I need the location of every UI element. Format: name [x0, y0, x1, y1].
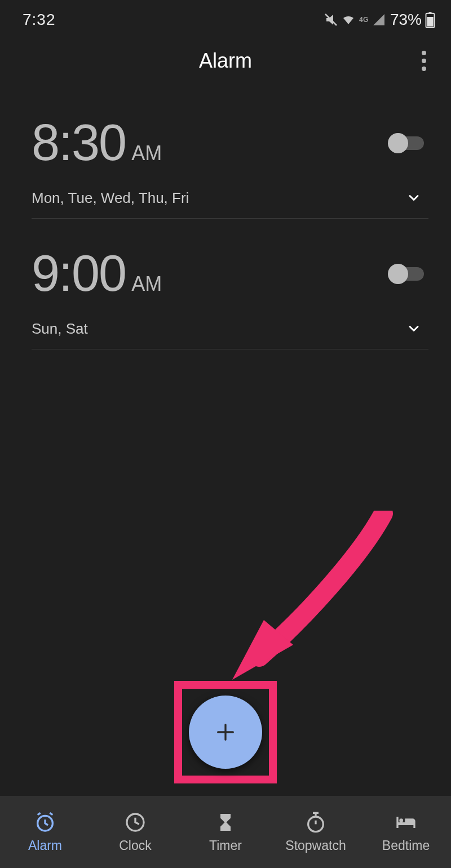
- dot-icon: [422, 59, 426, 63]
- svg-rect-3: [427, 17, 433, 26]
- nav-label: Alarm: [28, 838, 62, 853]
- wifi-icon: [341, 13, 356, 26]
- signal-icon: [372, 13, 386, 26]
- alarm-list: 8:30 AM Mon, Tue, Wed, Thu, Fri 9:00 AM: [0, 88, 451, 349]
- alarm-icon: [34, 811, 56, 834]
- toggle-knob: [388, 133, 408, 153]
- clock-icon: [124, 811, 147, 834]
- alarm-days: Sun, Sat: [32, 320, 88, 338]
- status-icons: 4G 73%: [324, 11, 435, 29]
- hourglass-icon: [214, 811, 237, 834]
- expand-button[interactable]: [405, 189, 423, 207]
- nav-bedtime[interactable]: Bedtime: [361, 796, 451, 868]
- status-time: 7:32: [23, 11, 56, 29]
- add-alarm-button[interactable]: [189, 696, 262, 769]
- svg-rect-2: [429, 12, 432, 14]
- nav-label: Bedtime: [382, 838, 430, 853]
- bed-icon: [395, 811, 417, 834]
- nav-label: Clock: [119, 838, 152, 853]
- svg-point-8: [399, 818, 403, 822]
- nav-clock[interactable]: Clock: [90, 796, 180, 868]
- dot-icon: [422, 51, 426, 55]
- nav-label: Timer: [209, 838, 242, 853]
- battery-icon: [425, 11, 435, 28]
- mute-icon: [324, 13, 338, 26]
- network-type-label: 4G: [359, 16, 369, 24]
- alarm-time-value: 8:30: [32, 114, 126, 172]
- alarm-time[interactable]: 8:30 AM: [32, 114, 162, 172]
- nav-label: Stopwatch: [285, 838, 346, 853]
- chevron-down-icon: [410, 196, 418, 200]
- nav-stopwatch[interactable]: Stopwatch: [271, 796, 361, 868]
- overflow-menu-button[interactable]: [410, 47, 437, 74]
- alarm-time[interactable]: 9:00 AM: [32, 245, 162, 303]
- app-header: Alarm: [0, 34, 451, 88]
- battery-percent: 73%: [390, 11, 422, 29]
- alarm-ampm: AM: [131, 141, 162, 165]
- nav-alarm[interactable]: Alarm: [0, 796, 90, 868]
- alarm-item[interactable]: 9:00 AM Sun, Sat: [32, 245, 428, 349]
- alarm-toggle[interactable]: [388, 264, 424, 284]
- nav-timer[interactable]: Timer: [180, 796, 271, 868]
- alarm-toggle[interactable]: [388, 133, 424, 153]
- alarm-item[interactable]: 8:30 AM Mon, Tue, Wed, Thu, Fri: [32, 114, 428, 219]
- toggle-knob: [388, 264, 408, 284]
- page-title: Alarm: [199, 49, 252, 73]
- alarm-days: Mon, Tue, Wed, Thu, Fri: [32, 189, 189, 207]
- annotation-arrow: [214, 511, 395, 691]
- stopwatch-icon: [304, 811, 327, 834]
- chevron-down-icon: [410, 327, 418, 331]
- alarm-time-value: 9:00: [32, 245, 126, 303]
- alarm-ampm: AM: [131, 272, 162, 296]
- bottom-nav: Alarm Clock Timer Stopwatch Bedtime: [0, 796, 451, 868]
- fab-container: [174, 681, 277, 783]
- plus-icon: [214, 721, 237, 743]
- status-bar: 7:32 4G 73%: [0, 0, 451, 34]
- expand-button[interactable]: [405, 320, 423, 338]
- dot-icon: [422, 67, 426, 71]
